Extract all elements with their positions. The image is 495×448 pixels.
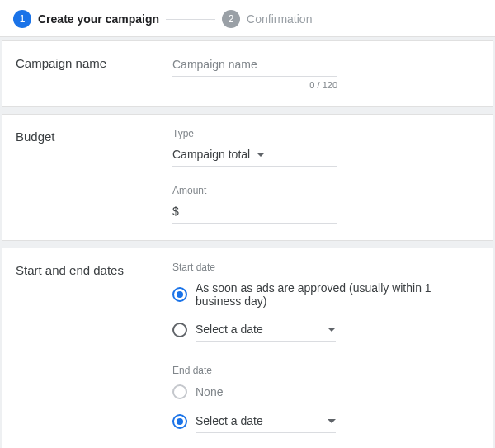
radio-selected-icon (172, 414, 187, 429)
start-date-asap-option[interactable]: As soon as ads are approved (usually wit… (172, 276, 479, 313)
currency-symbol: $ (172, 205, 179, 218)
budget-section-label: Budget (16, 128, 172, 144)
radio-selected-icon (172, 287, 187, 302)
step-confirmation[interactable]: 2 Confirmation (222, 10, 312, 28)
budget-type-dropdown[interactable]: Campaign total (172, 143, 337, 167)
step-number-2: 2 (222, 10, 240, 28)
end-date-none-label: None (196, 385, 223, 398)
campaign-name-counter: 0 / 120 (172, 80, 337, 90)
start-date-pick-option[interactable]: Select a date (172, 313, 479, 347)
campaign-name-input[interactable] (172, 54, 337, 77)
start-date-label: Start date (172, 262, 479, 273)
campaign-name-section-label: Campaign name (16, 54, 172, 70)
radio-unselected-icon (172, 323, 187, 337)
budget-type-label: Type (172, 128, 479, 139)
budget-card: Budget Type Campaign total Amount $ (2, 114, 493, 241)
start-date-pick-label: Select a date (196, 323, 263, 336)
caret-down-icon (328, 328, 336, 332)
start-date-asap-label: As soon as ads are approved (usually wit… (196, 281, 479, 308)
step-label-2: Confirmation (247, 12, 312, 26)
stepper: 1 Create your campaign 2 Confirmation (0, 0, 495, 37)
dates-card: Start and end dates Start date As soon a… (2, 248, 493, 448)
step-label-1: Create your campaign (38, 12, 159, 26)
dates-section-label: Start and end dates (16, 262, 172, 277)
start-date-picker-dropdown[interactable]: Select a date (196, 318, 336, 342)
end-date-none-option[interactable]: None (172, 380, 479, 404)
radio-unselected-icon (172, 384, 187, 399)
step-divider (166, 19, 215, 20)
budget-amount-label: Amount (172, 185, 479, 196)
end-date-pick-label: Select a date (196, 414, 263, 427)
end-date-picker-dropdown[interactable]: Select a date (196, 409, 336, 433)
caret-down-icon (328, 419, 336, 423)
budget-amount-input[interactable]: $ (172, 200, 337, 224)
budget-type-value: Campaign total (172, 148, 250, 161)
step-number-1: 1 (13, 10, 31, 28)
campaign-name-card: Campaign name 0 / 120 (2, 40, 493, 107)
end-date-pick-option[interactable]: Select a date (172, 404, 479, 438)
step-create-campaign[interactable]: 1 Create your campaign (13, 10, 159, 28)
end-date-label: End date (172, 365, 479, 376)
caret-down-icon (257, 153, 265, 157)
